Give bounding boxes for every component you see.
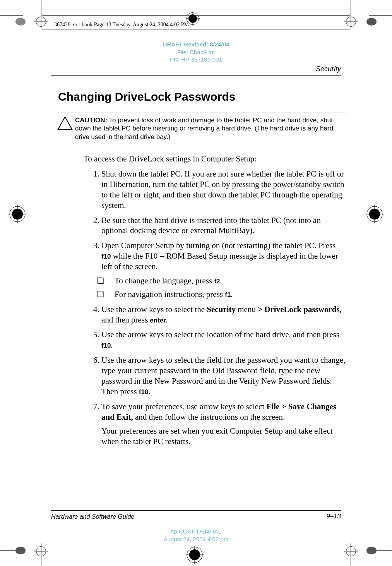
step-6-a: Use the arrow keys to select the field f…	[101, 355, 345, 396]
caution-label: CAUTION:	[75, 117, 107, 124]
page-content: Changing DriveLock Passwords CAUTION: To…	[58, 89, 346, 451]
draft-file: File: Chap9.fm	[0, 48, 392, 56]
intro-paragraph: To access the DriveLock settings in Comp…	[84, 154, 346, 164]
step-5-a: Use the arrow keys to select the locatio…	[101, 330, 339, 339]
caution-triangle-icon	[57, 116, 73, 130]
caution-body: To prevent loss of work and damage to th…	[75, 117, 333, 141]
confidential-footer: hp CONFIDENTIAL August 24, 2004 4:02 pm	[0, 528, 392, 543]
step-3: Open Computer Setup by turning on (not r…	[101, 240, 346, 299]
step-4-c: and then press	[101, 315, 150, 324]
keycap-f10: f10	[101, 253, 111, 260]
step-4-b: menu	[236, 305, 258, 314]
step-6: Use the arrow keys to select the field f…	[101, 355, 346, 397]
color-swatch-icon	[15, 546, 26, 557]
step-7-a: To save your preferences, use arrow keys…	[101, 402, 267, 411]
registration-target-icon	[344, 544, 358, 558]
draft-revised: DRAFT Revised: 8/24/04	[163, 41, 229, 48]
step-4-menu: Security	[207, 305, 236, 314]
step-4-a: Use the arrow keys to select the	[101, 305, 207, 314]
bullet-icon: ❏	[107, 289, 115, 300]
header-rule	[51, 75, 341, 76]
step-7-note: Your preferences are set when you exit C…	[101, 426, 346, 447]
step-2: Be sure that the hard drive is inserted …	[101, 215, 346, 236]
color-swatch-icon	[366, 17, 377, 28]
caution-text: CAUTION: To prevent loss of work and dam…	[75, 116, 346, 141]
draft-pn: PN: HP-367186-001	[0, 56, 392, 63]
keycap-f2: f2.	[214, 278, 222, 285]
footer-page-number: 9–13	[326, 513, 341, 520]
step-1: Shut down the tablet PC. If you are not …	[101, 169, 346, 211]
step-3-sub-1-text: To change the language, press	[115, 276, 214, 285]
keycap-f1: f1.	[225, 291, 233, 298]
book-meta-line: 367426-xx1.book Page 13 Tuesday, August …	[54, 22, 189, 28]
crop-mark	[0, 15, 23, 16]
svg-point-31	[366, 547, 377, 554]
running-header-section: Security	[316, 65, 341, 73]
step-3-sub-1: ❏To change the language, press f2.	[107, 276, 346, 286]
step-3-sublist: ❏To change the language, press f2. ❏For …	[107, 276, 346, 300]
step-7-b: and then follow the instructions on the …	[133, 412, 285, 422]
keycap-enter: enter.	[150, 317, 167, 324]
svg-point-30	[15, 547, 26, 554]
footer-rule	[51, 510, 341, 511]
registration-target-icon	[186, 546, 204, 564]
step-3-sub-2: ❏For navigation instructions, press f1.	[107, 289, 346, 300]
step-4: Use the arrow keys to select the Securit…	[101, 304, 346, 325]
svg-marker-32	[58, 117, 72, 129]
step-4-path: > DriveLock passwords,	[258, 305, 342, 314]
crop-mark	[369, 15, 392, 16]
step-3-text-a: Open Computer Setup by turning on (not r…	[101, 241, 336, 250]
bullet-icon: ❏	[107, 276, 115, 286]
step-7: To save your preferences, use arrow keys…	[101, 401, 346, 447]
registration-target-icon	[9, 205, 26, 223]
footer-guide-title: Hardware and Software Guide	[51, 513, 134, 520]
color-swatch-icon	[366, 546, 377, 557]
registration-target-icon	[34, 544, 48, 558]
step-3-text-b: while the F10 = ROM Based Setup message …	[101, 251, 338, 271]
step-3-sub-2-text: For navigation instructions, press	[115, 290, 225, 299]
draft-header: DRAFT Revised: 8/24/04 File: Chap9.fm PN…	[0, 41, 392, 63]
caution-box: CAUTION: To prevent loss of work and dam…	[58, 113, 346, 145]
keycap-f10-3: f10.	[139, 388, 150, 396]
keycap-f10-2: f10.	[101, 342, 113, 349]
svg-point-28	[15, 18, 26, 26]
heading-changing-drivelock: Changing DriveLock Passwords	[58, 89, 346, 104]
steps-list: Shut down the tablet PC. If you are not …	[92, 169, 346, 447]
registration-target-icon	[366, 205, 383, 223]
svg-point-29	[366, 18, 377, 26]
step-5: Use the arrow keys to select the locatio…	[101, 329, 346, 350]
confidential-line2: August 24, 2004 4:02 pm	[0, 535, 392, 543]
confidential-line1: hp CONFIDENTIAL	[0, 528, 392, 535]
color-swatch-icon	[15, 17, 26, 28]
